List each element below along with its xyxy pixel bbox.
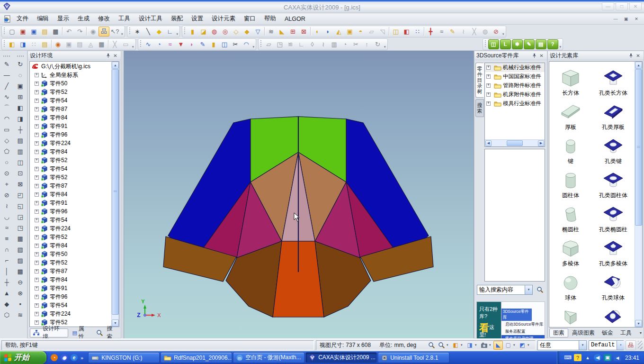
toolbar-grip-icon[interactable] bbox=[260, 40, 262, 48]
toolbar-grip-icon[interactable] bbox=[3, 27, 5, 35]
wedge-feature-button[interactable]: ◣ bbox=[277, 27, 287, 36]
cylinder-fill-button[interactable]: ▮ bbox=[208, 39, 219, 49]
view-mode-button[interactable]: ◩ bbox=[518, 341, 527, 350]
tab-钣金[interactable]: 钣金 bbox=[599, 328, 617, 337]
tree-expander-icon[interactable]: + bbox=[35, 167, 39, 171]
tree-item[interactable]: +零件54 bbox=[30, 96, 111, 105]
library-result-list[interactable] bbox=[484, 149, 545, 282]
quicklaunch-maxthon-icon[interactable]: ◔ bbox=[51, 354, 58, 361]
tree-expander-icon[interactable]: + bbox=[35, 227, 39, 231]
tree-item[interactable]: +零件52 bbox=[30, 258, 111, 267]
element-item-hole-slab[interactable]: 孔类厚板 bbox=[592, 98, 635, 132]
green-gear-button[interactable]: ✱ bbox=[512, 39, 523, 49]
group-button[interactable]: ∷ bbox=[28, 39, 39, 49]
left-tool-button[interactable]: ∿ bbox=[1, 91, 12, 102]
start-button[interactable]: 开始 bbox=[0, 351, 46, 364]
left-tool-button[interactable]: ▪ bbox=[15, 299, 26, 309]
menu-窗口[interactable]: 窗口 bbox=[240, 13, 260, 24]
tree-expander-icon[interactable]: + bbox=[35, 201, 39, 205]
left-tool-button[interactable]: ⬡ bbox=[1, 309, 12, 320]
dimension-button[interactable]: ≌ bbox=[285, 39, 296, 49]
help-pointer-button[interactable]: ↖? bbox=[109, 27, 120, 36]
tree-item[interactable]: +零件84 bbox=[30, 190, 111, 199]
menu-设计工具[interactable]: 设计工具 bbox=[134, 13, 167, 24]
menu-设置[interactable]: 设置 bbox=[187, 13, 207, 24]
suppress-render-button[interactable]: ⊘ bbox=[491, 27, 501, 36]
menu-ALGOR[interactable]: ALGOR bbox=[280, 13, 310, 24]
ime-tray-icon[interactable]: ? bbox=[574, 354, 581, 361]
left-tool-button[interactable]: ▥ bbox=[15, 146, 26, 157]
line-tool-button[interactable]: ╲ bbox=[143, 27, 154, 36]
left-tool-button[interactable]: ≈ bbox=[1, 222, 12, 233]
render-facet-button[interactable]: ◣ bbox=[493, 341, 503, 350]
library-folder[interactable]: +机械行业标准件 bbox=[485, 63, 545, 72]
tree-expander-icon[interactable]: + bbox=[35, 175, 39, 180]
surface-button[interactable]: ◗ bbox=[187, 39, 197, 49]
task-RdfSnap201_200906...[interactable]: RdfSnap201_200906... bbox=[161, 352, 232, 363]
mirror-button[interactable]: ◧ bbox=[401, 27, 412, 36]
tree-item[interactable]: +零件91 bbox=[30, 284, 111, 292]
left-tool-button[interactable]: │ bbox=[1, 266, 12, 277]
smart-motion-button[interactable]: ≈ bbox=[436, 27, 447, 36]
library-folder[interactable]: +管路附件标准件 bbox=[485, 81, 545, 90]
mdi-restore-button[interactable]: ▣ bbox=[621, 15, 631, 22]
viewport-canvas[interactable]: Y X Z bbox=[124, 51, 474, 338]
left-tool-button[interactable]: ○ bbox=[1, 157, 12, 168]
library-hscrollbar[interactable]: ◀ ▶ bbox=[485, 139, 545, 146]
chevron-down-icon[interactable]: ▾ bbox=[461, 343, 465, 347]
design-tree-button[interactable]: 品 bbox=[98, 27, 109, 36]
diameter-button[interactable]: ◊ bbox=[307, 39, 318, 49]
tree-item[interactable]: +零件224 bbox=[30, 139, 111, 147]
left-tool-button[interactable]: ◠ bbox=[1, 113, 12, 124]
hollow-button[interactable]: ▣ bbox=[344, 27, 355, 36]
green-cube-button[interactable]: ◫ bbox=[488, 39, 499, 49]
move-point-button[interactable]: ╋ bbox=[425, 27, 436, 36]
tray-app2-icon[interactable]: ▣ bbox=[604, 354, 611, 361]
tree-item[interactable]: +零件224 bbox=[30, 224, 111, 233]
up-view-button[interactable]: ↑ bbox=[361, 39, 372, 49]
view-any-select[interactable]: 任意 ▾ bbox=[537, 340, 587, 350]
pattern-button[interactable]: ∷ bbox=[412, 27, 423, 36]
tree-scrollbar[interactable]: ▲ ▼ bbox=[111, 62, 119, 327]
menu-文件[interactable]: 文件 bbox=[12, 13, 33, 24]
left-tool-button[interactable]: ◆ bbox=[1, 299, 12, 309]
tree-expander-icon[interactable]: + bbox=[35, 303, 39, 308]
tree-item[interactable]: +零件52 bbox=[30, 318, 111, 327]
view-iso-button[interactable]: ◨ bbox=[465, 341, 474, 350]
motion-z-button[interactable]: ≀ bbox=[458, 27, 469, 36]
combine-button[interactable]: ◫ bbox=[390, 27, 401, 36]
library-open-button[interactable]: ▤ bbox=[39, 39, 50, 49]
ad-menu-item[interactable]: 启动3DSource零件库 bbox=[501, 321, 545, 328]
scroll-up-icon[interactable]: ▲ bbox=[635, 62, 642, 69]
tree-item[interactable]: +零件87 bbox=[30, 105, 111, 113]
menu-帮助[interactable]: 帮助 bbox=[260, 13, 280, 24]
tree-expander-icon[interactable]: + bbox=[35, 295, 39, 299]
menu-修改[interactable]: 修改 bbox=[94, 13, 114, 24]
chevron-down-icon[interactable]: ▾ bbox=[489, 343, 493, 347]
chevron-down-icon[interactable]: ▾ bbox=[525, 285, 532, 294]
tree-item[interactable]: +零件50 bbox=[30, 250, 111, 258]
chevron-down-icon[interactable]: ▾ bbox=[528, 343, 531, 347]
tree-expander-icon[interactable]: + bbox=[35, 244, 39, 248]
scroll-right-icon[interactable]: ▶ bbox=[538, 140, 544, 146]
tree-expander-icon[interactable]: + bbox=[35, 133, 39, 137]
left-tool-button[interactable]: ▧ bbox=[15, 244, 26, 255]
tree-item[interactable]: +零件52 bbox=[30, 173, 111, 182]
task-CAXA实体设计2009 ...[interactable]: CAXA实体设计2009 ... bbox=[305, 352, 377, 363]
tree-expander-icon[interactable]: + bbox=[35, 278, 39, 282]
render-target-button[interactable]: ◉ bbox=[88, 27, 98, 36]
wave-button[interactable]: ≀ bbox=[318, 39, 329, 49]
toolbar-overflow-icon[interactable]: ▾ bbox=[502, 32, 504, 36]
left-tool-button[interactable]: ≋ bbox=[15, 309, 26, 320]
refresh-view-button[interactable]: ↻ bbox=[372, 39, 383, 49]
hscroll-thumb[interactable] bbox=[507, 140, 523, 146]
element-item-hole-ellcyl[interactable]: 孔类椭圆柱 bbox=[592, 200, 635, 234]
plane-tool-button[interactable]: ◆ bbox=[154, 27, 165, 36]
left-tool-button[interactable]: ▲ bbox=[1, 288, 12, 299]
toolbar-overflow-icon[interactable]: ▾ bbox=[132, 45, 134, 49]
tray-app1-icon[interactable]: ◀ bbox=[594, 354, 601, 361]
toolbar-overflow-icon[interactable]: ▾ bbox=[384, 45, 386, 49]
element-item-hole-sphere[interactable]: 孔类球体 bbox=[592, 268, 635, 302]
toolbar-overflow-icon[interactable]: ▾ bbox=[121, 32, 123, 36]
tree-item[interactable]: +零件224 bbox=[30, 309, 111, 318]
